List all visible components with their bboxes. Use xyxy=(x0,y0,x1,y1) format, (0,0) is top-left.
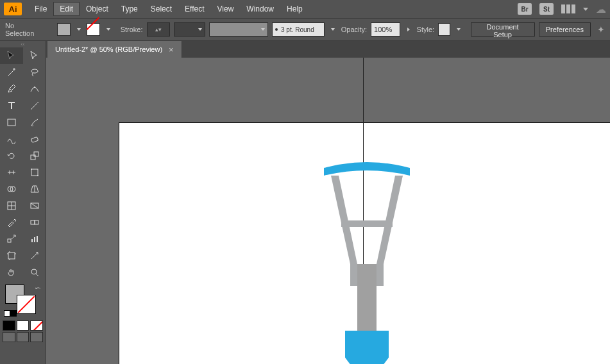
color-white-icon[interactable] xyxy=(17,320,30,331)
direct-selection-tool[interactable] xyxy=(23,47,46,64)
pen-tool[interactable] xyxy=(0,81,23,97)
svg-rect-5 xyxy=(34,152,38,156)
curvature-tool[interactable] xyxy=(23,81,46,97)
perspective-tool[interactable] xyxy=(23,181,46,197)
menu-object[interactable]: Object xyxy=(80,2,115,16)
brush-select[interactable]: 3 pt. Round xyxy=(272,22,325,37)
svg-point-7 xyxy=(31,169,32,170)
line-tool[interactable] xyxy=(23,97,46,114)
svg-rect-19 xyxy=(8,252,15,259)
screen-mode-row xyxy=(0,331,46,343)
sync-icon[interactable]: ☁ xyxy=(596,3,606,15)
arrange-docs-icon[interactable] xyxy=(561,4,575,13)
toolbox-handle[interactable] xyxy=(0,41,46,47)
draw-inside-icon[interactable] xyxy=(30,332,43,342)
style-label: Style: xyxy=(417,26,435,33)
control-bar: No Selection Stroke: ▴▾ 3 pt. Round Opac… xyxy=(0,18,610,41)
svg-rect-14 xyxy=(35,220,38,224)
style-swatch[interactable] xyxy=(438,23,450,36)
tab-bar: Untitled-2* @ 50% (RGB/Preview) × xyxy=(0,41,610,58)
preferences-button[interactable]: Preferences xyxy=(539,22,591,37)
type-tool[interactable] xyxy=(0,97,23,114)
scale-tool[interactable] xyxy=(23,147,46,164)
svg-rect-6 xyxy=(31,169,38,176)
stroke-color-icon[interactable] xyxy=(17,295,36,314)
opacity-more-icon[interactable] xyxy=(404,22,412,37)
document-setup-button[interactable]: Document Setup xyxy=(471,22,535,37)
svg-rect-13 xyxy=(31,220,35,224)
svg-rect-21 xyxy=(341,220,393,227)
menu-window[interactable]: Window xyxy=(240,2,280,16)
menu-file[interactable]: File xyxy=(28,2,53,16)
bridge-icon[interactable]: Br xyxy=(518,3,532,15)
menu-select[interactable]: Select xyxy=(144,2,178,16)
menubar-right: Br St ☁ xyxy=(518,3,606,15)
menu-bar: Ai FileEditObjectTypeSelectEffectViewWin… xyxy=(0,0,610,18)
svg-rect-15 xyxy=(8,239,11,242)
color-black-icon[interactable] xyxy=(3,320,15,331)
rectangle-tool[interactable] xyxy=(0,114,23,131)
svg-rect-2 xyxy=(8,119,15,126)
canvas-area[interactable] xyxy=(46,58,610,364)
stroke-weight-input[interactable]: ▴▾ xyxy=(147,22,170,37)
fill-swatch[interactable] xyxy=(57,23,71,36)
mesh-tool[interactable] xyxy=(0,197,23,214)
eyedropper-tool[interactable] xyxy=(0,214,23,231)
width-tool[interactable] xyxy=(0,164,23,181)
artboard-tool[interactable] xyxy=(0,247,23,264)
svg-rect-16 xyxy=(31,239,33,242)
workspace-dropdown-icon[interactable] xyxy=(583,8,588,11)
menu-view[interactable]: View xyxy=(211,2,241,16)
menu-edit[interactable]: Edit xyxy=(53,2,80,16)
swap-fill-stroke-icon[interactable]: ⤺ xyxy=(35,285,40,292)
rotate-tool[interactable] xyxy=(0,147,23,164)
eraser-tool[interactable] xyxy=(23,131,46,147)
slice-tool[interactable] xyxy=(23,247,46,264)
svg-point-0 xyxy=(31,69,38,73)
shaper-tool[interactable] xyxy=(0,131,23,147)
hand-tool[interactable] xyxy=(0,264,23,281)
svg-rect-18 xyxy=(37,236,38,242)
svg-point-8 xyxy=(37,175,38,176)
zoom-tool[interactable] xyxy=(23,264,46,281)
svg-point-20 xyxy=(31,269,37,274)
stock-icon[interactable]: St xyxy=(539,3,554,15)
menu-type[interactable]: Type xyxy=(115,2,144,16)
paintbrush-tool[interactable] xyxy=(23,114,46,131)
color-none-icon[interactable] xyxy=(30,320,43,331)
shape-builder-tool[interactable] xyxy=(0,181,23,197)
brush-def-select[interactable] xyxy=(209,22,268,37)
column-graph-tool[interactable] xyxy=(23,231,46,247)
variable-width-select[interactable] xyxy=(174,22,206,37)
selection-tool[interactable] xyxy=(0,47,23,64)
svg-point-1 xyxy=(34,87,35,88)
document-tab[interactable]: Untitled-2* @ 50% (RGB/Preview) × xyxy=(47,41,182,58)
lasso-tool[interactable] xyxy=(23,64,46,81)
free-transform-tool[interactable] xyxy=(23,164,46,181)
main-area: ⤺ xyxy=(0,58,610,364)
menu-help[interactable]: Help xyxy=(280,2,309,16)
draw-normal-icon[interactable] xyxy=(3,332,15,342)
close-icon[interactable]: × xyxy=(169,45,174,54)
symbol-sprayer-tool[interactable] xyxy=(0,231,23,247)
stroke-dropdown-icon[interactable] xyxy=(104,23,112,36)
opacity-input[interactable]: 100% xyxy=(371,22,400,37)
align-icon[interactable]: ✦ xyxy=(597,24,605,35)
magic-wand-tool[interactable] xyxy=(0,64,23,81)
gradient-tool[interactable] xyxy=(23,197,46,214)
blend-tool[interactable] xyxy=(23,214,46,231)
menu-effect[interactable]: Effect xyxy=(178,2,210,16)
stroke-swatch[interactable] xyxy=(87,23,100,36)
svg-rect-17 xyxy=(34,237,35,242)
selection-status: No Selection xyxy=(5,22,43,37)
brush-dropdown-icon[interactable] xyxy=(328,23,337,36)
stroke-label: Stroke: xyxy=(121,26,143,33)
fill-stroke-control[interactable]: ⤺ xyxy=(3,283,43,317)
svg-rect-3 xyxy=(31,136,38,142)
artwork-crutch[interactable] xyxy=(322,156,412,364)
fill-dropdown-icon[interactable] xyxy=(74,23,83,36)
svg-rect-4 xyxy=(31,155,35,160)
tab-title: Untitled-2* @ 50% (RGB/Preview) xyxy=(55,46,162,53)
draw-behind-icon[interactable] xyxy=(17,332,30,342)
style-dropdown-icon[interactable] xyxy=(454,23,462,36)
